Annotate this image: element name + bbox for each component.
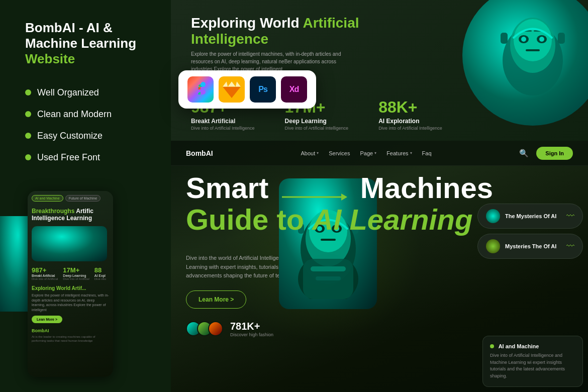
- avatar-3: [208, 321, 223, 336]
- svg-point-6: [521, 37, 526, 42]
- bullet-2: [25, 111, 31, 117]
- svg-point-0: [201, 82, 206, 87]
- hero-line1: Smart Machines: [186, 173, 588, 205]
- svg-rect-8: [526, 49, 540, 51]
- nav-features[interactable]: Features▾: [386, 150, 412, 156]
- mobile-explore-desc: Explore the power of intelligent machine…: [28, 293, 113, 313]
- tag-ai: AI and Machine: [32, 195, 63, 202]
- feature-item-1: Well Organized: [25, 87, 146, 98]
- bullet-1: [25, 89, 31, 95]
- figma-icon: [187, 76, 214, 103]
- mobile-stat-1: 987+Breakt ArtificialDive into of Artifi…: [32, 266, 58, 280]
- sign-in-button[interactable]: Sign In: [536, 147, 573, 160]
- robot-circle: [462, 0, 588, 126]
- adobe-xd-icon: Xd: [281, 76, 307, 103]
- ai-card-title: AI and Machine: [490, 343, 575, 349]
- mobile-stats-small: 987+Breakt ArtificialDive into of Artifi…: [28, 263, 113, 283]
- stat-88k: 88K+ AI Exploration Dive into of Artific…: [378, 98, 442, 131]
- sketch-icon: [219, 76, 245, 103]
- svg-point-7: [539, 37, 544, 42]
- stats-title: Exploring World Artificial Intelligence: [191, 15, 362, 47]
- squiggle-2: 〰: [566, 242, 574, 251]
- photoshop-icon: Ps: [250, 76, 276, 103]
- mobile-robot-img: [32, 226, 107, 261]
- mystery-card-2: Mysteries The Of AI 〰: [477, 234, 583, 259]
- tag-future: Future of Machine: [65, 195, 101, 202]
- bullet-4: [25, 154, 31, 160]
- tool-icons-row: Ps Xd: [178, 70, 316, 109]
- arrow-decoration: [282, 176, 347, 205]
- learn-more-btn-hero[interactable]: Lean More >: [186, 290, 246, 309]
- bullet-3: [25, 133, 31, 139]
- stats-desc: Explore the power of intelligent machine…: [191, 50, 342, 73]
- mobile-stat-3: 88AI ExplDive into: [94, 266, 106, 280]
- hero-headings: Smart Machines Guide to AI Learning: [186, 173, 588, 234]
- svg-rect-11: [558, 33, 565, 44]
- nav-services[interactable]: Services: [329, 150, 350, 156]
- hero-stat: 781K+ Discover high fashion: [230, 321, 273, 337]
- mobile-stat-2: 17M+Deep LearningDive into of Artificial: [63, 266, 89, 280]
- search-icon[interactable]: 🔍: [519, 149, 529, 158]
- svg-marker-14: [341, 193, 347, 201]
- ai-info-card: AI and Machine Dive into of Artificial I…: [482, 336, 583, 387]
- svg-rect-12: [501, 33, 508, 44]
- svg-rect-23: [321, 239, 336, 241]
- avatar-stack: [186, 321, 223, 336]
- left-panel: BombAI - AI & Machine Learning Website W…: [0, 0, 171, 392]
- nav-about[interactable]: About▾: [301, 150, 319, 156]
- feature-item-4: Used Free Font: [25, 152, 146, 163]
- navbar: BombAI About▾ Services Page▾ Features▾ F…: [171, 141, 588, 166]
- mystery-avatar-2: [486, 239, 500, 253]
- hero-line2: Guide to AI Learning: [186, 205, 588, 234]
- mobile-logo-desc: At is the leader to creating machines ca…: [28, 335, 113, 343]
- hero-section: BombAI About▾ Services Page▾ Features▾ F…: [171, 141, 588, 392]
- nav-links: About▾ Services Page▾ Features▾ Faq: [228, 150, 505, 156]
- hero-content: Smart Machines Guide to AI Learning Dive…: [186, 173, 588, 392]
- ai-dot: [490, 344, 494, 348]
- mobile-heading: Breakthroughs ArtificIntelligence Learni…: [28, 206, 113, 224]
- svg-rect-27: [311, 266, 346, 271]
- robot-top-area: [437, 0, 588, 141]
- mobile-explore-title: Exploring World Artif...: [28, 283, 113, 293]
- feature-item-3: Easy Customize: [25, 131, 146, 141]
- nav-logo: BombAI: [186, 149, 213, 157]
- mobile-tags-row: AI and Machine Future of Machine: [28, 191, 113, 206]
- right-section: Exploring World Artificial Intelligence …: [171, 0, 588, 392]
- mobile-mockup-small: AI and Machine Future of Machine Breakth…: [28, 191, 113, 377]
- ai-card-desc: Dive into of Artificial Intelligence and…: [490, 352, 575, 379]
- nav-right: 🔍 Sign In: [519, 147, 573, 160]
- mobile-logo: BombAI: [28, 326, 113, 335]
- svg-rect-28: [316, 276, 341, 280]
- mobile-learn-btn[interactable]: Lean More >: [32, 316, 62, 323]
- feature-item-2: Clean and Modern: [25, 109, 146, 120]
- title-line1: BombAI - AI & Machine Learning: [25, 20, 146, 51]
- nav-faq[interactable]: Faq: [422, 150, 432, 156]
- hero-stats-row: 781K+ Discover high fashion: [186, 321, 327, 337]
- nav-page[interactable]: Page▾: [360, 150, 376, 156]
- title-line2: Website: [25, 51, 146, 67]
- main-title: BombAI - AI & Machine Learning Website: [25, 20, 146, 67]
- features-list: Well Organized Clean and Modern Easy Cus…: [25, 87, 146, 174]
